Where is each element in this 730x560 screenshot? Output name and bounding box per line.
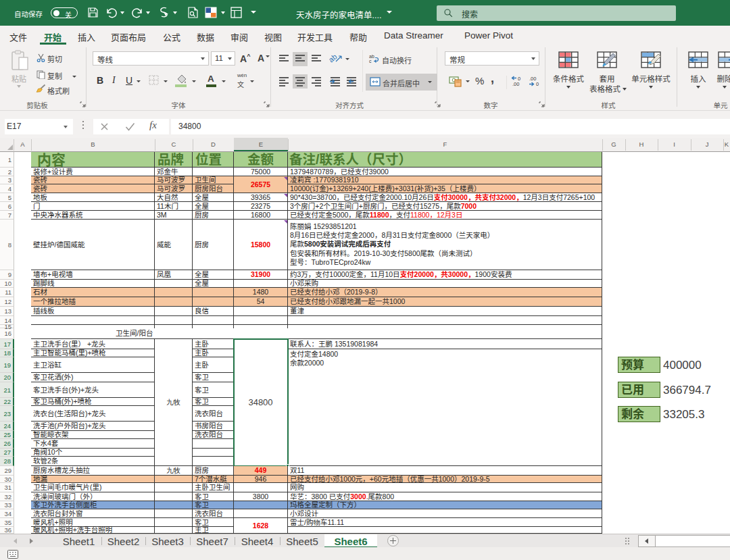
svg-text:.00: .00 [512, 81, 519, 86]
svg-text:.00: .00 [529, 76, 536, 82]
svg-text:ab: ab [369, 54, 374, 59]
svg-text:0: 0 [536, 81, 539, 86]
svg-text:c: c [369, 59, 372, 63]
